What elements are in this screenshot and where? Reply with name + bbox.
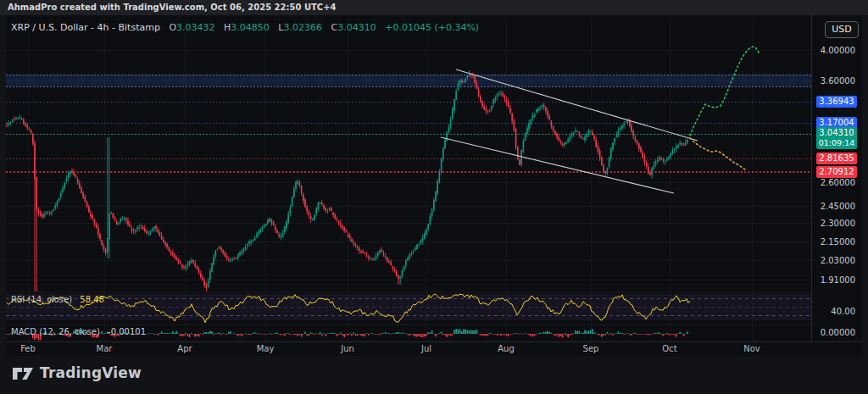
macd-value: -0.00101 [108, 327, 146, 336]
time-axis-label: Apr [177, 344, 192, 353]
price-axis-label: 2.45000 [821, 202, 855, 211]
tradingview-chart-window: AhmadPro created with TradingView.com, O… [0, 0, 868, 394]
price-axis-label: 40.00 [831, 307, 855, 316]
symbol-title[interactable]: XRP / U.S. Dollar - 4h - Bitstamp [11, 22, 160, 33]
price-badge: 2.70912 [816, 166, 857, 178]
rsi-title[interactable]: RSI (14, close) [11, 295, 72, 304]
rsi-indicator-row: RSI (14, close) 58.48 [11, 295, 104, 304]
high-value: 3.04850 [231, 22, 270, 33]
tradingview-logo-icon [12, 365, 34, 380]
price-axis-separator [811, 15, 812, 341]
rsi-value: 58.48 [80, 295, 104, 304]
change-value: +0.01045 (+0.34%) [385, 22, 479, 33]
time-axis-label: May [257, 344, 275, 353]
tradingview-logo[interactable]: TradingView [12, 364, 142, 381]
time-axis-separator [6, 341, 862, 342]
chart-legend: XRP / U.S. Dollar - 4h - Bitstamp O3.034… [11, 22, 479, 33]
price-axis-label: 2.15000 [821, 237, 855, 247]
price-axis-label: 0.00000 [821, 328, 855, 337]
tradingview-logo-text: TradingView [40, 364, 142, 381]
currency-toggle-button[interactable]: USD [825, 21, 859, 38]
price-badge: 3.0431001:09:14 [816, 127, 857, 149]
price-axis-label: 3.60000 [821, 76, 855, 86]
time-axis-label: Mar [97, 344, 113, 353]
time-axis-label: Sep [583, 344, 599, 353]
price-badge: 2.81635 [816, 153, 857, 164]
time-axis-label: Jul [421, 344, 431, 353]
close-value: 3.04310 [337, 22, 376, 33]
price-axis-label: 2.60000 [821, 178, 855, 187]
time-axis-label: Oct [662, 344, 676, 353]
time-axis-label: Jun [341, 344, 354, 353]
price-axis-label: 2.30000 [821, 219, 855, 228]
time-axis-label: Aug [498, 344, 515, 353]
attribution-bar: AhmadPro created with TradingView.com, O… [0, 0, 868, 15]
time-axis-label: Feb [20, 344, 36, 353]
price-badge: 3.36943 [816, 96, 857, 108]
price-axis-label: 2.03000 [821, 256, 855, 265]
price-axis-label: 4.00000 [821, 46, 855, 55]
macd-indicator-row: MACD (12, 26, close) -0.00101 [11, 327, 146, 336]
price-axis-label: 1.91000 [821, 275, 855, 285]
macd-title[interactable]: MACD (12, 26, close) [11, 327, 100, 336]
open-value: 3.03432 [176, 22, 215, 33]
low-value: 3.02366 [284, 22, 323, 33]
attribution-text: AhmadPro created with TradingView.com, O… [8, 3, 337, 12]
open-label: O [169, 22, 176, 33]
time-axis-label: Nov [743, 344, 760, 353]
